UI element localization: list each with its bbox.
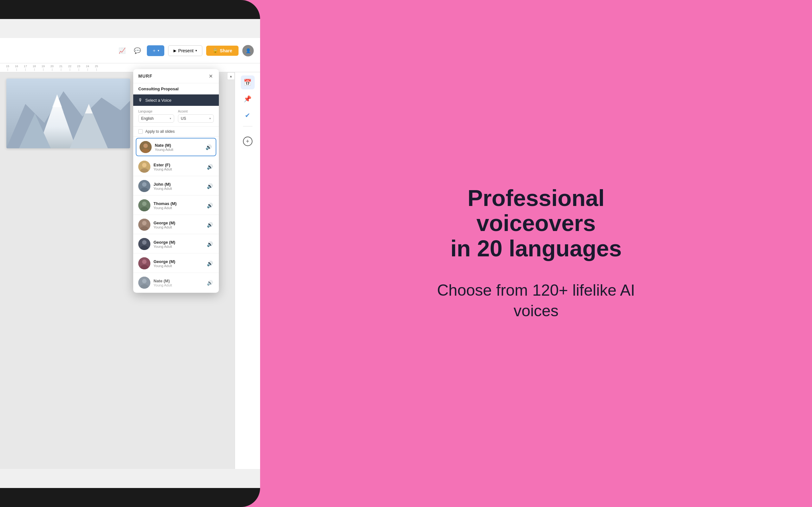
sidebar-divider [243, 126, 252, 126]
language-label: Language [138, 110, 174, 113]
voice-info: George (M) Young Adult [154, 221, 203, 229]
ruler-mark: 19 [39, 65, 48, 71]
murf-title: MURF [138, 73, 152, 78]
svg-point-22 [142, 221, 147, 225]
voice-item-ester[interactable]: Ester (F) Young Adult 🔊 [133, 158, 219, 176]
ruler-mark: 25 [92, 65, 101, 71]
analytics-icon[interactable]: 📈 [116, 45, 128, 56]
ruler-mark: 18 [30, 65, 39, 71]
sidebar-icon-calendar[interactable]: 📅 [241, 75, 255, 89]
voice-item-thomas[interactable]: Thomas (M) Young Adult 🔊 [133, 196, 219, 215]
voice-type: Young Adult [154, 187, 203, 190]
voice-type: Young Adult [154, 283, 203, 287]
voice-avatar [138, 238, 150, 250]
voice-item-nate-2[interactable]: Nate (M) Young Adult 🔊 [133, 274, 219, 292]
sub-headline: Choose from 120+ lifelike AI voices [437, 280, 635, 321]
sidebar-add-button[interactable]: + [243, 136, 252, 146]
voice-play-button[interactable]: 🔊 [206, 221, 214, 228]
sidebar-icon-note[interactable]: 📌 [241, 92, 255, 106]
voice-info: John (M) Young Adult [154, 182, 203, 190]
voice-item-john[interactable]: John (M) Young Adult 🔊 [133, 177, 219, 195]
select-voice-bar: 🎙 Select a Voice [133, 95, 219, 106]
mountain-illustration [6, 78, 130, 148]
voice-avatar [138, 219, 150, 231]
voice-type: Young Adult [155, 148, 202, 152]
ruler-mark: 17 [21, 65, 30, 71]
language-select[interactable]: English ▾ [138, 114, 174, 123]
voice-item-george-1[interactable]: George (M) Young Adult 🔊 [133, 216, 219, 234]
ruler-mark: 16 [12, 65, 21, 71]
voice-item-george-2[interactable]: George (M) Young Adult 🔊 [133, 235, 219, 253]
sidebar-icon-check[interactable]: ✔ [241, 108, 255, 122]
apply-all-row: Apply to all slides [133, 127, 219, 136]
murf-modal: MURF ✕ Consulting Proposal 🎙 Select a Vo… [133, 69, 219, 293]
lock-icon: 🔒 [212, 48, 218, 53]
voice-avatar [140, 141, 152, 153]
main-headline: Professional voiceovers in 20 languages [425, 186, 647, 261]
check-icon: ✔ [245, 112, 250, 119]
chevron-down-icon: ▾ [158, 49, 159, 52]
voice-play-button[interactable]: 🔊 [205, 143, 212, 151]
comments-icon[interactable]: 💬 [132, 45, 143, 56]
share-button[interactable]: 🔒 Share [206, 46, 239, 56]
voice-play-button[interactable]: 🔊 [206, 260, 214, 267]
plus-icon: + [246, 138, 249, 145]
voice-name: Ester (F) [154, 163, 203, 167]
ruler: 15 16 17 18 19 20 21 22 23 24 25 [0, 63, 260, 72]
svg-point-28 [142, 260, 147, 264]
accent-value: US [181, 116, 186, 121]
present-button[interactable]: ▶ Present ▾ [168, 45, 202, 56]
chevron-down-icon: ▾ [209, 117, 211, 120]
voice-name: Nate (M) [154, 279, 203, 283]
voice-name: John (M) [154, 182, 203, 187]
voice-info: Thomas (M) Young Adult [154, 201, 203, 210]
right-panel: Professional voiceovers in 20 languages … [260, 167, 812, 340]
ruler-mark: 22 [65, 65, 74, 71]
svg-point-25 [142, 240, 147, 245]
voice-name: George (M) [154, 221, 203, 225]
voice-play-button[interactable]: 🔊 [206, 202, 214, 209]
voice-list: Nate (M) Young Adult 🔊 [133, 136, 219, 293]
voice-play-button[interactable]: 🔊 [206, 240, 214, 248]
add-button[interactable]: ＋ ▾ [147, 45, 164, 56]
play-icon: ▶ [173, 49, 176, 53]
language-filter: Language English ▾ [138, 110, 174, 123]
voice-info: Nate (M) Young Adult [155, 143, 202, 152]
slide-panel: Version 1.0 [6, 78, 130, 148]
voice-play-button[interactable]: 🔊 [206, 182, 214, 190]
voice-play-button[interactable]: 🔊 [206, 163, 214, 170]
subtext-line1: Choose from 120+ lifelike AI [437, 281, 635, 299]
collapse-panel-button[interactable]: ▲ [227, 72, 235, 80]
mic-icon: 🎙 [138, 98, 143, 103]
proposal-title: Consulting Proposal [133, 83, 219, 95]
ruler-mark: 24 [83, 65, 92, 71]
share-label: Share [220, 48, 232, 53]
voice-name: Thomas (M) [154, 201, 203, 206]
voice-avatar [138, 180, 150, 192]
svg-point-31 [142, 279, 147, 283]
svg-point-16 [142, 182, 147, 187]
voice-item-george-3[interactable]: George (M) Young Adult 🔊 [133, 254, 219, 273]
select-voice-label: Select a Voice [145, 98, 171, 103]
accent-label: Accent [178, 110, 214, 113]
apply-all-checkbox[interactable] [138, 129, 143, 134]
voice-info: Ester (F) Young Adult [154, 163, 203, 171]
voice-info: Nate (M) Young Adult [154, 279, 203, 287]
voice-play-button[interactable]: 🔊 [206, 279, 214, 286]
user-avatar[interactable]: 👤 [242, 45, 254, 56]
chevron-up-icon: ▲ [229, 74, 233, 78]
accent-select[interactable]: US ▾ [178, 114, 214, 123]
subtext-line2: voices [513, 302, 559, 320]
voice-avatar [138, 257, 150, 269]
close-button[interactable]: ✕ [207, 73, 214, 79]
voice-info: George (M) Young Adult [154, 240, 203, 248]
voice-info: George (M) Young Adult [154, 259, 203, 268]
ruler-mark: 15 [3, 65, 12, 71]
voice-item-nate[interactable]: Nate (M) Young Adult 🔊 [136, 138, 216, 156]
voice-name: George (M) [154, 259, 203, 264]
plus-icon: ＋ [152, 48, 156, 54]
chevron-down-icon: ▾ [195, 49, 197, 52]
present-label: Present [178, 48, 194, 53]
ruler-mark: 21 [56, 65, 65, 71]
accent-filter: Accent US ▾ [178, 110, 214, 123]
